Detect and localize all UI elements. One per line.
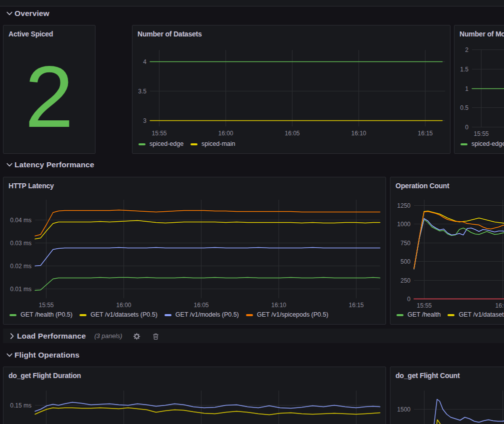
series-line [35, 403, 380, 412]
y-tick-label: 3.5 [138, 88, 146, 95]
section-flight-label: Flight Operations [14, 351, 80, 360]
y-tick-label: 500 [400, 258, 410, 265]
chevron-down-icon [6, 161, 14, 169]
legend-item[interactable]: spiced-edge [460, 140, 504, 148]
y-tick-label: 0.01 ms [10, 286, 32, 293]
x-tick-label: 16:15 [348, 302, 364, 309]
legend-item[interactable]: spiced-main [190, 140, 235, 148]
legend-item[interactable]: GET /v1/spicepods (P0.5) [246, 311, 328, 319]
http-latency-chart: 15:5516:0016:0516:1016:150.04 ms0.03 ms0… [4, 177, 386, 324]
operation-count-legend: GET /healthGET /v1/datasets [396, 311, 504, 319]
series-line [414, 212, 504, 269]
y-tick-label: 250 [400, 277, 410, 284]
x-tick-label: 15:55 [474, 130, 488, 137]
x-tick-label: 16:00 [495, 302, 504, 309]
y-tick-label: 2 [465, 46, 468, 53]
gear-icon[interactable] [133, 333, 140, 340]
legend-series-dash [448, 314, 454, 316]
chevron-down-icon [6, 9, 14, 17]
legend-item[interactable]: GET /health (P0.5) [10, 311, 72, 319]
flight-count-chart: 15:5516:001500 [390, 367, 504, 424]
legend-series-label: spiced-edge [150, 140, 184, 148]
legend-item[interactable]: GET /v1/models (P0.5) [164, 311, 239, 319]
y-tick-label: 0.5 [460, 104, 468, 111]
y-tick-label: 0 [407, 296, 410, 303]
section-load[interactable]: Load Performance (3 panels) [0, 331, 160, 341]
legend-series-label: GET /v1/spicepods (P0.5) [257, 311, 328, 319]
x-tick-label: 15:55 [38, 302, 54, 309]
top-toolbar-edge [0, 0, 504, 6]
panel-flight-count: do_get Flight Count 15:5516:001500 [390, 367, 504, 424]
section-overview[interactable]: Overview [0, 8, 50, 18]
panel-number-of-datasets: Number of Datasets 15:5516:0016:0516:101… [132, 25, 450, 154]
legend-item[interactable]: GET /v1/datasets (P0.5) [80, 311, 158, 319]
series-line [35, 278, 380, 291]
y-tick-label: 1500 [397, 406, 410, 413]
legend-series-label: spiced-edge [472, 140, 504, 148]
y-tick-label: 3 [143, 117, 146, 124]
operation-count-chart: 15:5516:00125010007505002500 [390, 177, 504, 324]
y-tick-label: 0.03 ms [10, 240, 32, 247]
x-tick-label: 16:10 [271, 302, 286, 309]
section-overview-label: Overview [14, 9, 50, 18]
series-line [35, 248, 380, 266]
legend-item[interactable]: spiced-edge [138, 140, 184, 148]
y-tick-label: 1250 [397, 202, 410, 209]
chevron-right-icon [8, 332, 16, 340]
section-load-panel-count: (3 panels) [94, 333, 122, 340]
legend-series-label: GET /v1/datasets [458, 311, 504, 319]
models-legend: spiced-edge [460, 140, 504, 148]
legend-series-dash [246, 314, 253, 316]
y-tick-label: 750 [400, 240, 410, 247]
legend-series-dash [80, 314, 86, 316]
panel-flight-duration: do_get Flight Duration 15:5516:0016:0516… [3, 367, 386, 424]
x-tick-label: 16:05 [194, 302, 208, 309]
y-tick-label: 0.15 ms [10, 402, 32, 409]
legend-series-label: GET /health [408, 311, 440, 319]
models-chart: 15:5521.510.50 [454, 25, 504, 153]
legend-series-label: GET /v1/models (P0.5) [176, 311, 239, 319]
legend-series-dash [164, 314, 172, 316]
series-line [414, 211, 504, 269]
legend-item[interactable]: GET /v1/datasets [448, 311, 504, 319]
x-tick-label: 16:10 [351, 130, 366, 137]
trash-icon[interactable] [152, 333, 160, 340]
legend-series-label: GET /v1/datasets (P0.5) [90, 311, 158, 319]
series-line [428, 400, 504, 424]
panel-http-latency: HTTP Latency 15:5516:0016:0516:1016:150.… [3, 177, 386, 325]
chevron-down-icon [6, 351, 14, 359]
panel-active-spiced: Active Spiced 2 [3, 25, 96, 154]
legend-series-label: spiced-main [202, 140, 235, 148]
y-tick-label: 1.5 [460, 66, 468, 73]
legend-series-label: GET /health (P0.5) [20, 311, 72, 319]
section-flight[interactable]: Flight Operations [0, 350, 80, 360]
http-latency-legend: GET /health (P0.5)GET /v1/datasets (P0.5… [10, 311, 328, 319]
panel-title: Active Spiced [8, 30, 53, 38]
section-latency[interactable]: Latency Performance [0, 160, 94, 170]
x-tick-label: 15:55 [152, 130, 166, 137]
panel-operation-count: Operation Count 15:5516:0012501000750500… [390, 177, 504, 325]
datasets-chart: 15:5516:0016:0516:1016:1543.53 [132, 25, 450, 153]
y-tick-label: 1000 [397, 221, 410, 228]
y-tick-label: 0 [465, 124, 468, 131]
stat-value: 2 [4, 39, 95, 153]
y-tick-label: 0.02 ms [10, 263, 32, 270]
y-tick-label: 0.04 ms [10, 217, 32, 224]
legend-series-dash [460, 143, 468, 145]
panel-number-of-models: Number of Models 15:5521.510.50 spiced-e… [454, 25, 504, 154]
series-line [35, 408, 380, 415]
legend-series-dash [138, 143, 146, 145]
flight-duration-chart: 15:5516:0016:0516:1016:150.15 ms [4, 367, 386, 424]
legend-series-dash [10, 314, 16, 316]
y-tick-label: 1 [465, 85, 468, 92]
datasets-legend: spiced-edgespiced-main [138, 140, 236, 148]
section-load-label: Load Performance [17, 332, 86, 341]
legend-series-dash [190, 143, 198, 145]
x-tick-label: 16:05 [284, 130, 300, 137]
y-tick-label: 4 [143, 58, 146, 65]
legend-series-dash [396, 314, 404, 316]
x-tick-label: 16:00 [116, 302, 131, 309]
legend-item[interactable]: GET /health [396, 311, 440, 319]
x-tick-label: 16:00 [218, 130, 233, 137]
x-tick-label: 15:55 [416, 302, 432, 309]
